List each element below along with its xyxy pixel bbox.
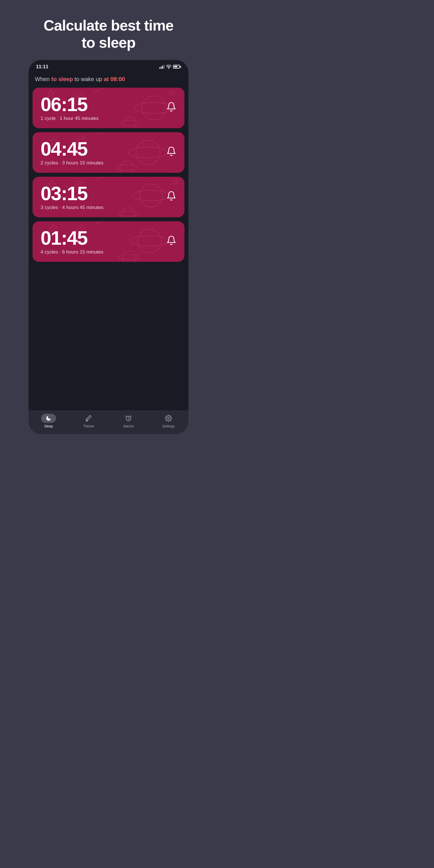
nav-label-sleep: Sleep [44, 424, 53, 428]
time-card-2[interactable]: 04:45 2 cycles · 3 hours 15 minutes [33, 132, 184, 173]
svg-point-43 [167, 417, 169, 419]
nav-label-settings: Settings [162, 424, 175, 428]
nav-item-alarms[interactable]: Alarms [108, 414, 149, 428]
time-card-4[interactable]: 01:45 4 cycles · 6 hours 15 minutes [33, 221, 184, 262]
nav-item-settings[interactable]: Settings [149, 414, 188, 428]
card-1-time: 06:15 [40, 94, 177, 114]
subtitle-highlight-sleep: to sleep [52, 76, 73, 82]
svg-point-30 [118, 211, 138, 216]
svg-line-38 [96, 221, 108, 224]
sleep-icon-wrap [41, 414, 56, 423]
status-time: 11:11 [36, 64, 48, 70]
time-card-3[interactable]: 03:15 3 cycles · 4 hours 45 minutes [33, 177, 184, 217]
subtitle: When to sleep to wake up at 08:00 [29, 72, 188, 88]
card-4-desc: 4 cycles · 6 hours 15 minutes [40, 249, 177, 255]
battery-icon [173, 65, 181, 68]
nav-label-theme: Theme [83, 424, 94, 428]
bell-icon-3 [166, 191, 177, 203]
moon-icon [45, 415, 52, 422]
nav-item-theme[interactable]: Theme [68, 414, 108, 428]
svg-line-18 [96, 132, 108, 134]
page-title: Calculate best time to sleep [27, 0, 191, 60]
bell-icon-4 [166, 235, 177, 248]
svg-line-27 [95, 177, 107, 180]
bell-icon-1 [166, 102, 177, 114]
cards-area: 06:15 1 cycle · 1 hour 45 minutes [29, 88, 188, 411]
signal-icon [159, 65, 164, 69]
phone-frame: 11:11 When to sleep to wake up at 08:00 [29, 60, 188, 434]
bottom-navigation: Sleep Theme Alarms [29, 411, 188, 434]
card-2-desc: 2 cycles · 3 hours 15 minutes [40, 160, 177, 166]
card-4-time: 01:45 [40, 228, 177, 248]
card-2-time: 04:45 [40, 139, 177, 158]
card-3-time: 03:15 [40, 184, 177, 203]
card-1-desc: 1 cycle · 1 hour 45 minutes [40, 116, 177, 121]
svg-point-7 [104, 88, 107, 88]
card-3-desc: 3 cycles · 4 hours 45 minutes [40, 205, 177, 211]
svg-point-31 [174, 180, 177, 183]
wifi-icon [166, 65, 171, 69]
gear-icon [165, 415, 172, 422]
time-card-1[interactable]: 06:15 1 cycle · 1 hour 45 minutes [33, 88, 184, 128]
theme-icon-wrap [81, 414, 96, 423]
svg-point-41 [119, 254, 140, 260]
nav-item-sleep[interactable]: Sleep [29, 414, 68, 428]
bell-icon-2 [166, 146, 177, 159]
subtitle-text-before: When [35, 76, 52, 82]
alarm-icon [125, 415, 132, 422]
paintbrush-icon [85, 415, 92, 422]
status-icons [159, 65, 181, 69]
settings-icon-wrap [161, 414, 176, 423]
status-bar: 11:11 [29, 60, 188, 72]
nav-label-alarms: Alarms [123, 424, 134, 428]
alarms-icon-wrap [121, 414, 136, 423]
svg-line-6 [93, 88, 106, 93]
subtitle-highlight-time: at 08:00 [104, 76, 125, 82]
subtitle-text-middle: to wake up [73, 76, 104, 82]
svg-point-11 [171, 91, 174, 94]
